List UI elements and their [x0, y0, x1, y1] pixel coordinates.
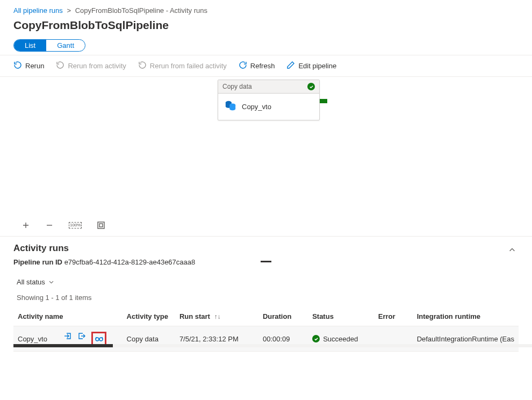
cell-status: Succeeded	[312, 335, 358, 343]
scrollbar-thumb[interactable]	[13, 344, 113, 347]
pipeline-run-id-value: e79cfba6-412d-412a-8129-ae43e67caaa8	[64, 258, 196, 266]
zoom-100-icon[interactable]: 100%	[69, 222, 82, 228]
edit-pipeline-button[interactable]: Edit pipeline	[286, 61, 336, 71]
col-run-start[interactable]: Run start ↑↓	[175, 307, 258, 326]
collapse-chevron-icon[interactable]	[508, 246, 516, 255]
col-run-start-label: Run start	[179, 312, 210, 320]
rerun-from-activity-label: Rerun from activity	[68, 62, 126, 70]
success-icon	[312, 335, 320, 342]
status-filter-label: All status	[17, 278, 45, 286]
activity-node-type: Copy data	[222, 83, 252, 90]
col-activity-type[interactable]: Activity type	[123, 307, 175, 326]
cell-status-text: Succeeded	[323, 335, 358, 343]
command-bar: Rerun Rerun from activity Rerun from fai…	[0, 55, 532, 77]
node-output-handle[interactable]	[320, 99, 327, 103]
results-count: Showing 1 - 1 of 1 items	[13, 290, 519, 307]
sort-arrows-icon: ↑↓	[214, 313, 221, 320]
canvas-toolbar: 100%	[21, 221, 105, 230]
status-filter-dropdown[interactable]: All status	[13, 276, 519, 290]
rerun-from-activity-button: Rerun from activity	[56, 61, 126, 71]
zoom-out-icon[interactable]	[45, 221, 54, 230]
breadcrumb-root-link[interactable]: All pipeline runs	[13, 6, 63, 15]
rerun-label: Rerun	[25, 62, 44, 70]
zoom-in-icon[interactable]	[21, 221, 30, 230]
breadcrumb-current: CopyFromBlobToSqlPipeline - Activity run…	[75, 6, 207, 15]
refresh-button[interactable]: Refresh	[239, 61, 275, 71]
pipeline-canvas[interactable]: Copy data Copy_vto 100%	[0, 77, 532, 236]
activity-node[interactable]: Copy data Copy_vto	[218, 80, 320, 120]
horizontal-scrollbar[interactable]	[13, 343, 532, 348]
col-status[interactable]: Status	[308, 307, 374, 326]
activity-node-body: Copy_vto	[218, 94, 319, 120]
rerun-button[interactable]: Rerun	[13, 61, 44, 71]
rerun-from-failed-label: Rerun from failed activity	[150, 62, 227, 70]
col-error[interactable]: Error	[374, 307, 413, 326]
pipeline-run-id-label: Pipeline run ID	[13, 258, 62, 266]
cell-activity-name: Copy_vto	[18, 335, 47, 343]
view-mode-toggle: List Gantt	[13, 39, 85, 52]
success-icon	[307, 83, 315, 90]
activity-node-header: Copy data	[218, 80, 319, 94]
activity-runs-title: Activity runs	[13, 243, 519, 254]
breadcrumb-separator: >	[67, 6, 71, 15]
pipeline-run-id-row: Pipeline run ID e79cfba6-412d-412a-8129-…	[13, 258, 519, 266]
activity-runs-panel: Activity runs Pipeline run ID e79cfba6-4…	[0, 236, 532, 352]
chevron-down-icon	[48, 279, 54, 285]
activity-node-title: Copy_vto	[242, 103, 271, 111]
view-gantt-button[interactable]: Gantt	[46, 40, 85, 51]
edit-pipeline-label: Edit pipeline	[298, 62, 336, 70]
page-title: CopyFromBlobToSqlPipeline	[0, 17, 532, 39]
svg-rect-2	[98, 222, 104, 228]
fit-screen-icon[interactable]	[97, 221, 105, 230]
breadcrumb: All pipeline runs > CopyFromBlobToSqlPip…	[0, 0, 532, 17]
rerun-from-failed-button: Rerun from failed activity	[138, 61, 227, 71]
details-glasses-icon[interactable]	[95, 334, 103, 343]
col-duration[interactable]: Duration	[258, 307, 308, 326]
view-list-button[interactable]: List	[14, 40, 46, 51]
refresh-label: Refresh	[250, 62, 275, 70]
col-integration-runtime[interactable]: Integration runtime	[413, 307, 519, 326]
database-icon	[225, 100, 236, 113]
col-activity-name[interactable]: Activity name	[13, 307, 123, 326]
svg-rect-3	[99, 224, 103, 227]
